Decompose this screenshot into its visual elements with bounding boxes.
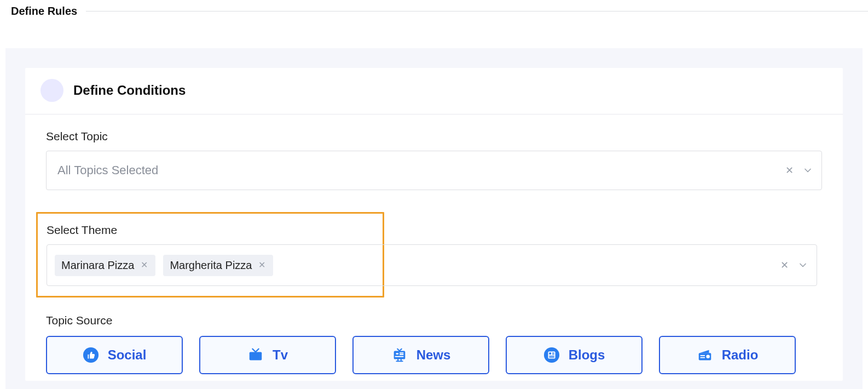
clear-icon[interactable]: ✕	[783, 164, 795, 176]
source-option-social[interactable]: Social	[46, 336, 183, 374]
card-header: Define Conditions	[25, 68, 843, 115]
source-button-row: Social Tv News Blogs Radio	[46, 336, 822, 374]
define-rules-panel: Define Conditions Select Topic All Topic…	[5, 48, 863, 389]
svg-point-23	[706, 355, 710, 359]
source-option-label: News	[416, 347, 451, 363]
theme-chip-row: Marinara Pizza✕Margherita Pizza✕	[55, 248, 273, 283]
chevron-down-icon[interactable]	[797, 259, 809, 271]
radio-icon	[697, 347, 713, 363]
source-option-blogs[interactable]: Blogs	[506, 336, 643, 374]
theme-chip-label: Marinara Pizza	[61, 259, 134, 272]
close-icon[interactable]: ✕	[140, 261, 149, 270]
theme-chip[interactable]: Margherita Pizza✕	[163, 255, 273, 276]
field-label-source: Topic Source	[46, 314, 822, 327]
legend-divider	[11, 11, 868, 12]
theme-select[interactable]: Marinara Pizza✕Margherita Pizza✕ ✕	[47, 244, 817, 286]
legend-title: Define Rules	[0, 3, 86, 19]
tv-icon	[247, 347, 264, 363]
svg-rect-24	[700, 355, 704, 356]
source-option-radio[interactable]: Radio	[659, 336, 796, 374]
theme-field-wrapper: Select Theme Marinara Pizza✕Margherita P…	[46, 212, 822, 298]
chevron-down-icon[interactable]	[802, 164, 814, 176]
source-option-tv[interactable]: Tv	[199, 336, 336, 374]
topic-select-actions: ✕	[783, 164, 814, 176]
topic-select-placeholder: All Topics Selected	[57, 163, 158, 178]
section-legend: Define Rules	[0, 3, 868, 19]
card-title: Define Conditions	[73, 83, 186, 98]
theme-chip-label: Margherita Pizza	[170, 259, 252, 272]
svg-line-3	[252, 349, 256, 352]
topic-select[interactable]: All Topics Selected ✕	[46, 151, 822, 190]
svg-rect-8	[395, 352, 399, 355]
step-indicator-circle	[40, 79, 63, 102]
source-option-label: Blogs	[569, 347, 605, 363]
close-icon[interactable]: ✕	[257, 261, 267, 270]
blog-doc-icon	[543, 347, 560, 363]
svg-line-4	[256, 349, 259, 352]
source-option-news[interactable]: News	[352, 336, 489, 374]
field-label-theme: Select Theme	[47, 224, 374, 237]
field-label-topic: Select Topic	[46, 130, 822, 143]
news-screen-icon	[391, 347, 408, 363]
callout-highlight: Select Theme Marinara Pizza✕Margherita P…	[36, 212, 384, 298]
svg-rect-17	[549, 352, 551, 354]
svg-rect-25	[700, 357, 704, 358]
card-body: Select Topic All Topics Selected ✕ Selec…	[25, 115, 843, 374]
svg-line-6	[400, 349, 402, 351]
source-option-label: Radio	[722, 347, 759, 363]
source-option-label: Social	[108, 347, 147, 363]
clear-icon[interactable]: ✕	[778, 259, 790, 271]
thumbs-up-circle-icon	[83, 347, 99, 363]
theme-chip[interactable]: Marinara Pizza✕	[55, 255, 155, 276]
theme-select-actions: ✕	[778, 259, 809, 271]
source-option-label: Tv	[273, 347, 288, 363]
define-conditions-card: Define Conditions Select Topic All Topic…	[25, 68, 843, 381]
